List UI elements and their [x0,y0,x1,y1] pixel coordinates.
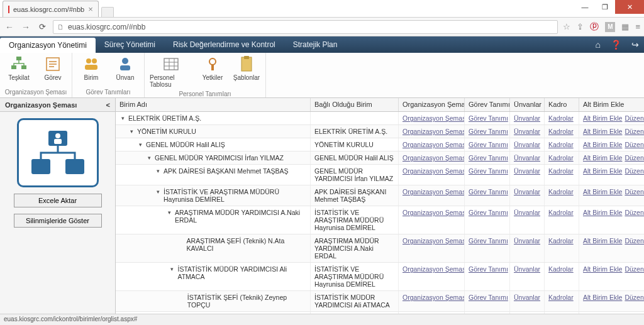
ribbon-birim[interactable]: Birim [76,54,106,82]
forward-icon[interactable]: ↪ [626,36,644,53]
link-kadrolar[interactable]: Kadrolar [548,114,574,122]
link-org-sema[interactable]: Organizasyon Şeması [402,154,465,162]
link-gorev-tanimi[interactable]: Görev Tanımı [469,154,508,162]
link-org-sema[interactable]: Organizasyon Şeması [402,141,465,148]
grid-icon[interactable]: ▦ [621,22,629,31]
window-close[interactable]: ✕ [615,0,644,14]
link-unvanlar[interactable]: Ünvanlar [514,188,540,196]
menu-risk[interactable]: Risk Değerlendirme ve Kontrol [164,36,284,53]
link-kadrolar[interactable]: Kadrolar [548,128,574,135]
menu-organizasyon[interactable]: Organizasyon Yönetimi [0,38,96,53]
expander-icon[interactable]: ▾ [155,188,162,195]
link-gorev-tanimi[interactable]: Görev Tanımı [469,141,508,148]
link-kadrolar[interactable]: Kadrolar [548,141,574,148]
link-org-sema[interactable]: Organizasyon Şeması [402,128,465,135]
window-minimize[interactable]: — [575,0,595,14]
link-unvanlar[interactable]: Ünvanlar [514,209,540,216]
link-alt-birim-ekle[interactable]: Alt Birim Ekle [583,154,622,162]
expander-icon[interactable]: ▾ [169,265,175,272]
expander-icon[interactable]: ▾ [128,128,135,135]
link-alt-birim-ekle[interactable]: Alt Birim Ekle [583,294,622,309]
link-duzenle[interactable]: Düzenle [625,265,644,288]
link-org-sema[interactable]: Organizasyon Şeması [402,265,465,273]
link-gorev-tanimi[interactable]: Görev Tanımı [469,209,508,216]
link-duzenle[interactable]: Düzenle [625,237,644,260]
link-duzenle[interactable]: Düzenle [625,141,644,148]
link-alt-birim-ekle[interactable]: Alt Birim Ekle [583,141,622,148]
link-gorev-tanimi[interactable]: Görev Tanımı [469,188,508,196]
tab-close-icon[interactable]: × [88,4,93,14]
ribbon-unvan[interactable]: Ünvan [110,54,140,82]
export-excel-button[interactable]: Excele Aktar [14,194,102,207]
expander-icon[interactable]: ▾ [137,141,144,148]
link-kadrolar[interactable]: Kadrolar [548,167,574,175]
link-gorev-tanimi[interactable]: Görev Tanımı [469,128,508,135]
ribbon-sablonlar[interactable]: Şablonlar [231,54,262,89]
link-duzenle[interactable]: Düzenle [625,128,644,135]
link-kadrolar[interactable]: Kadrolar [548,154,574,162]
link-kadrolar[interactable]: Kadrolar [548,188,574,196]
link-kadrolar[interactable]: Kadrolar [548,294,574,301]
link-org-sema[interactable]: Organizasyon Şeması [402,114,465,122]
link-alt-birim-ekle[interactable]: Alt Birim Ekle [583,128,622,135]
link-org-sema[interactable]: Organizasyon Şeması [402,294,465,301]
link-alt-birim-ekle[interactable]: Alt Birim Ekle [583,114,622,122]
link-alt-birim-ekle[interactable]: Alt Birim Ekle [583,188,622,203]
extension-m-icon[interactable]: M [605,22,615,32]
link-org-sema[interactable]: Organizasyon Şeması [402,209,465,216]
expander-icon[interactable]: ▾ [166,209,173,216]
expander-icon[interactable]: ▾ [119,114,126,121]
link-unvanlar[interactable]: Ünvanlar [514,167,540,175]
link-kadrolar[interactable]: Kadrolar [548,265,574,273]
link-unvanlar[interactable]: Ünvanlar [514,154,540,162]
share-icon[interactable]: ⇪ [577,22,584,31]
nav-back[interactable]: ← [4,21,15,33]
link-alt-birim-ekle[interactable]: Alt Birim Ekle [583,167,622,182]
menu-surec[interactable]: Süreç Yönetimi [96,36,164,53]
link-kadrolar[interactable]: Kadrolar [548,209,574,216]
link-alt-birim-ekle[interactable]: Alt Birim Ekle [583,265,622,288]
link-gorev-tanimi[interactable]: Görev Tanımı [469,265,508,273]
window-maximize[interactable]: ❐ [595,0,615,14]
link-duzenle[interactable]: Düzenle [625,114,644,122]
ribbon-gorev[interactable]: Görev [38,54,68,82]
omnibox[interactable]: 🗋 euas.kiosgrc.com/#nbb [53,20,558,34]
nav-forward[interactable]: → [20,21,31,33]
reload-icon[interactable]: ⟳ [36,21,48,33]
star-icon[interactable]: ☆ [563,22,570,31]
link-org-sema[interactable]: Organizasyon Şeması [402,237,465,245]
ribbon-teskilat[interactable]: Teşkilat [4,54,34,82]
link-gorev-tanimi[interactable]: Görev Tanımı [469,114,508,122]
home-icon[interactable]: ⌂ [591,36,606,53]
link-org-sema[interactable]: Organizasyon Şeması [402,188,465,196]
help-icon[interactable]: ❓ [606,36,626,53]
ribbon-yetkiler[interactable]: Yetkiler [197,54,228,89]
link-unvanlar[interactable]: Ünvanlar [514,294,540,301]
link-duzenle[interactable]: Düzenle [625,294,644,309]
link-unvanlar[interactable]: Ünvanlar [514,141,540,148]
show-deleted-button[interactable]: Silinmişleride Göster [14,214,102,228]
link-duzenle[interactable]: Düzenle [625,167,644,182]
link-duzenle[interactable]: Düzenle [625,154,644,162]
browser-tab[interactable]: euas.kiosgrc.com/#nbb × [3,1,99,17]
link-gorev-tanimi[interactable]: Görev Tanımı [469,237,508,245]
expander-icon[interactable]: ▾ [155,167,162,174]
link-duzenle[interactable]: Düzenle [625,188,644,203]
link-alt-birim-ekle[interactable]: Alt Birim Ekle [583,237,622,260]
link-unvanlar[interactable]: Ünvanlar [514,128,540,135]
link-unvanlar[interactable]: Ünvanlar [514,237,540,245]
pinterest-icon[interactable]: ⓟ [590,21,599,33]
link-duzenle[interactable]: Düzenle [625,209,644,231]
link-gorev-tanimi[interactable]: Görev Tanımı [469,294,508,301]
ribbon-personel-tablosu[interactable]: Personel Tablosu [148,54,194,89]
menu-icon[interactable]: ≡ [635,22,640,31]
collapse-icon[interactable]: < [106,101,110,109]
expander-icon[interactable]: ▾ [146,154,153,161]
link-gorev-tanimi[interactable]: Görev Tanımı [469,167,508,175]
new-tab-button[interactable] [101,7,114,17]
link-unvanlar[interactable]: Ünvanlar [514,114,540,122]
menu-stratejik[interactable]: Stratejik Plan [284,36,347,53]
link-kadrolar[interactable]: Kadrolar [548,237,574,245]
link-alt-birim-ekle[interactable]: Alt Birim Ekle [583,209,622,231]
link-org-sema[interactable]: Organizasyon Şeması [402,167,465,175]
